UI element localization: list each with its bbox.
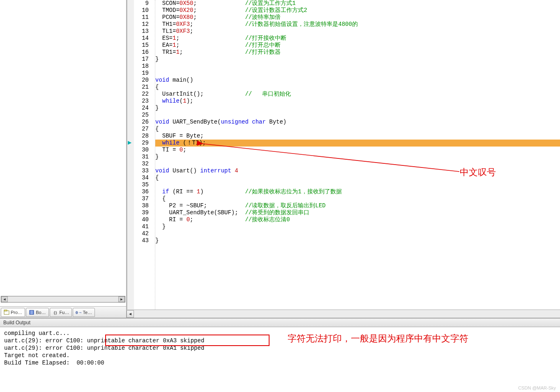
scroll-left-icon[interactable]: ◄ (1, 296, 8, 302)
scroll-right-icon[interactable]: ► (118, 296, 125, 302)
editor-hscroll[interactable]: ◄ (127, 309, 560, 318)
code-line[interactable] (155, 181, 560, 188)
watermark: CSDN @MAR-Sky (518, 385, 556, 390)
tab-books[interactable]: Bo… (26, 308, 48, 317)
code-line[interactable]: TR1=1; //打开计数器 (155, 49, 560, 56)
functions-icon: {} (53, 309, 58, 315)
code-line[interactable] (155, 230, 560, 237)
code-line[interactable]: TI = 0; (155, 147, 560, 154)
code-line[interactable]: void main() (155, 77, 560, 84)
code-line[interactable] (155, 63, 560, 70)
code-line[interactable]: P2 = ~SBUF; //读取数据，取反后输出到LED (155, 202, 560, 209)
project-hscroll-row: ◄ ► (0, 295, 126, 303)
project-panel: ◄ ► Pro… Bo… {} Fu… (0, 0, 127, 318)
code-line[interactable]: SBUF = Byte; (155, 133, 560, 140)
templates-icon: 0→ (76, 309, 81, 315)
tab-templates[interactable]: 0→ Te… (73, 308, 95, 317)
tab-project[interactable]: Pro… (1, 308, 25, 317)
build-output-title: Build Output (0, 318, 560, 327)
code-line[interactable]: void Usart() interrupt 4 (155, 167, 560, 174)
tab-functions[interactable]: {} Fu… (50, 308, 72, 317)
code-line[interactable]: EA=1; //打开总中断 (155, 42, 560, 49)
code-line[interactable]: void UART_SendByte(unsigned char Byte) (155, 119, 560, 126)
books-icon (29, 309, 35, 315)
code-line[interactable]: } (155, 56, 560, 63)
code-line[interactable]: { (155, 174, 560, 181)
code-line[interactable]: RI = 0; //接收标志位清0 (155, 216, 560, 223)
code-line[interactable]: } (155, 223, 560, 230)
editor-margin: ▶ (127, 0, 134, 318)
svg-rect-1 (4, 310, 7, 311)
build-output-body[interactable]: 字符无法打印，一般是因为程序中有中文字符 compiling uart.c...… (0, 327, 560, 381)
code-line[interactable]: ES=1; //打开接收中断 (155, 35, 560, 42)
code-line[interactable]: } (155, 154, 560, 160)
code-line[interactable]: } (155, 237, 560, 244)
code-line[interactable]: PCON=0X80; //波特率加倍 (155, 14, 560, 21)
code-line[interactable] (155, 112, 560, 119)
code-line[interactable]: if (RI == 1) //如果接收标志位为1，接收到了数据 (155, 188, 560, 195)
code-line[interactable] (155, 70, 560, 77)
project-hscroll[interactable]: ◄ ► (1, 296, 125, 303)
code-area[interactable]: SCON=0X50; //设置为工作方式1 TMOD=0X20; //设置计数器… (155, 0, 560, 318)
code-line[interactable]: { (155, 84, 560, 91)
svg-text:0→: 0→ (76, 310, 81, 315)
code-line[interactable]: UsartInit(); // 串口初始化 (155, 91, 560, 98)
scroll-left-icon[interactable]: ◄ (127, 310, 134, 318)
code-line[interactable]: } (155, 105, 560, 112)
build-output-line[interactable]: Target not created. (4, 352, 556, 359)
code-line[interactable]: while (！TI); (155, 140, 560, 147)
project-icon (4, 309, 9, 315)
tab-label: Te… (83, 310, 92, 315)
line-numbers: 9101112131415161718192021222324252627282… (134, 0, 151, 318)
build-output-line[interactable]: uart.c(29): error C100: unprintable char… (4, 337, 556, 344)
current-line-marker-icon: ▶ (128, 140, 131, 145)
code-line[interactable]: { (155, 195, 560, 202)
code-line[interactable]: TH1=0XF3; //计数器初始值设置，注意波特率是4800的 (155, 21, 560, 28)
code-line[interactable] (155, 160, 560, 167)
code-line[interactable]: TMOD=0X20; //设置计数器工作方式2 (155, 7, 560, 14)
panel-tabs: Pro… Bo… {} Fu… 0→ Te… (0, 306, 126, 318)
build-output-line[interactable]: compiling uart.c... (4, 330, 556, 337)
code-line[interactable]: TL1=0XF3; (155, 28, 560, 35)
code-line[interactable]: while(1); (155, 98, 560, 105)
build-output-line[interactable]: Build Time Elapsed: 00:00:00 (4, 359, 556, 367)
tab-label: Fu… (60, 310, 69, 315)
code-editor[interactable]: ▶ 91011121314151617181920212223242526272… (127, 0, 560, 318)
build-output-line[interactable]: uart.c(29): error C100: unprintable char… (4, 344, 556, 352)
tab-label: Bo… (36, 310, 46, 315)
main-area: ◄ ► Pro… Bo… {} Fu… (0, 0, 560, 318)
tab-label: Pro… (11, 310, 22, 315)
code-line[interactable]: UART_SendByte(SBUF); //将受到的数据发回串口 (155, 209, 560, 216)
scroll-track[interactable] (134, 310, 560, 318)
code-line[interactable]: SCON=0X50; //设置为工作方式1 (155, 0, 560, 7)
fold-gutter (151, 0, 155, 318)
code-line[interactable]: { (155, 126, 560, 133)
